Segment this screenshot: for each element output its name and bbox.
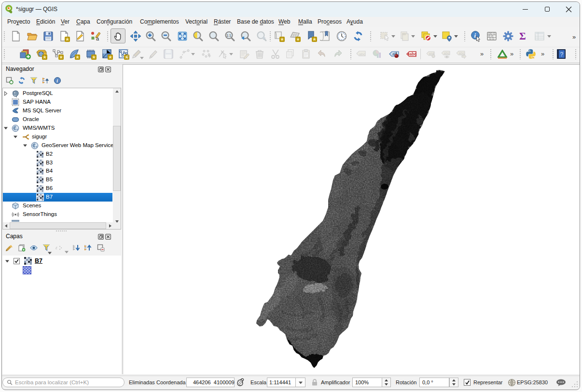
svg-text:abc: abc xyxy=(444,51,450,55)
svg-text:Σ: Σ xyxy=(519,30,526,42)
svg-text:abc: abc xyxy=(410,52,417,56)
svg-text:abc: abc xyxy=(359,52,365,56)
svg-text:i: i xyxy=(56,78,58,83)
svg-text:1:1: 1:1 xyxy=(226,34,231,37)
svg-text:a: a xyxy=(96,36,99,41)
svg-text:?: ? xyxy=(560,51,564,58)
svg-text:ε: ε xyxy=(55,245,57,250)
svg-text:abc: abc xyxy=(459,51,465,55)
svg-text:i: i xyxy=(474,32,476,39)
